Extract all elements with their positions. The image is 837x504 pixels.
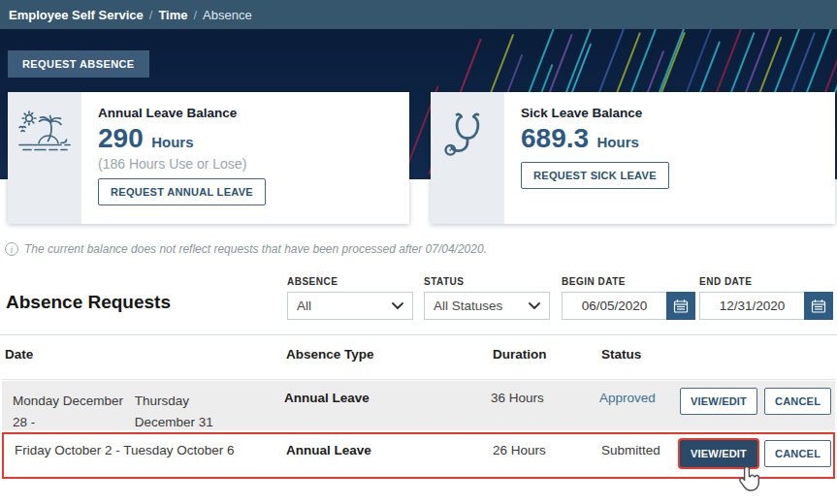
filter-end-date: END DATE (699, 276, 833, 320)
request-absence-button[interactable]: REQUEST ABSENCE (8, 50, 149, 78)
breadcrumb-time[interactable]: Time (158, 8, 187, 22)
filter-begin-date: BEGIN DATE (562, 276, 695, 320)
filter-absence-label: ABSENCE (287, 276, 413, 287)
balance-notice-text: The current balance does not reflect req… (24, 242, 487, 256)
cancel-button[interactable]: CANCEL (764, 388, 831, 415)
chevron-down-icon (529, 302, 540, 310)
annual-leave-use-or-lose: (186 Hours Use or Lose) (98, 156, 409, 172)
sick-leave-balance: 689.3 Hours (521, 123, 835, 154)
sick-leave-title: Sick Leave Balance (521, 106, 835, 120)
annual-leave-card: Annual Leave Balance 290 Hours (186 Hour… (8, 92, 409, 224)
annual-leave-icon-panel (8, 92, 81, 224)
row-absence-type: Annual Leave (284, 391, 478, 405)
request-annual-leave-button[interactable]: REQUEST ANNUAL LEAVE (98, 178, 266, 205)
absence-type-select[interactable]: All (287, 292, 413, 320)
info-icon: i (5, 242, 18, 256)
filter-begin-date-label: BEGIN DATE (562, 276, 695, 287)
absence-page: Employee Self Service / Time / Absence R… (0, 0, 837, 504)
sick-leave-card: Sick Leave Balance 689.3 Hours REQUEST S… (431, 92, 835, 224)
island-palm-icon (17, 110, 72, 156)
view-edit-button[interactable]: VIEW/EDIT (680, 388, 757, 415)
row-date: Monday December 28 - Thursday December 3… (13, 391, 276, 434)
end-date-calendar-button[interactable] (804, 292, 833, 320)
status-select[interactable]: All Statuses (424, 292, 550, 320)
annual-leave-card-body: Annual Leave Balance 290 Hours (186 Hour… (81, 92, 409, 224)
calendar-icon (673, 299, 689, 314)
cancel-button[interactable]: CANCEL (764, 440, 831, 467)
column-header-date: Date (5, 347, 276, 362)
begin-date-input[interactable] (562, 292, 666, 320)
sick-leave-icon-panel (431, 92, 504, 224)
column-header-status: Status (601, 347, 698, 362)
row-actions: VIEW/EDIT CANCEL (680, 388, 831, 415)
divider (2, 379, 835, 380)
view-edit-button[interactable]: VIEW/EDIT (680, 440, 757, 467)
annual-leave-hours-unit: Hours (151, 134, 193, 150)
annual-leave-hours-value: 290 (98, 123, 144, 153)
breadcrumb-absence: Absence (203, 8, 252, 22)
filter-end-date-label: END DATE (699, 276, 833, 287)
status-value: All Statuses (434, 299, 502, 313)
row-date: Friday October 2 - Tuesday October 6 (15, 443, 278, 457)
chevron-down-icon (392, 302, 403, 310)
annual-leave-title: Annual Leave Balance (98, 106, 409, 120)
sick-leave-hours-value: 689.3 (521, 123, 589, 153)
column-header-absence-type: Absence Type (286, 347, 480, 362)
absence-type-value: All (297, 299, 311, 313)
sick-leave-card-body: Sick Leave Balance 689.3 Hours REQUEST S… (504, 92, 835, 224)
begin-date-calendar-button[interactable] (666, 292, 695, 320)
table-row: Monday December 28 - Thursday December 3… (2, 381, 835, 430)
filter-absence: ABSENCE All (287, 276, 413, 320)
end-date-input[interactable] (699, 292, 804, 320)
row-duration: 26 Hours (493, 443, 590, 457)
row-actions: VIEW/EDIT CANCEL (680, 440, 831, 467)
row-absence-type: Annual Leave (286, 443, 480, 457)
divider (0, 334, 837, 335)
balance-notice: i The current balance does not reflect r… (5, 242, 487, 256)
filter-status-label: STATUS (424, 276, 550, 287)
row-date-end: Thursday December 31 (135, 391, 253, 434)
hand-pointer-cursor (737, 464, 762, 493)
filter-status: STATUS All Statuses (424, 276, 550, 320)
column-header-duration: Duration (493, 347, 590, 362)
request-sick-leave-button[interactable]: REQUEST SICK LEAVE (521, 162, 669, 189)
row-duration: 36 Hours (491, 391, 588, 405)
table-row-highlighted: Friday October 2 - Tuesday October 6 Ann… (2, 432, 835, 479)
sick-leave-hours-unit: Hours (597, 134, 639, 150)
breadcrumb: Employee Self Service / Time / Absence (0, 0, 837, 29)
row-date-start: Monday December 28 - (13, 391, 131, 434)
breadcrumb-separator: / (149, 8, 153, 22)
breadcrumb-separator: / (193, 8, 197, 22)
absence-requests-heading: Absence Requests (6, 292, 171, 313)
annual-leave-balance: 290 Hours (98, 123, 409, 154)
stethoscope-icon (442, 110, 493, 160)
calendar-icon (811, 299, 826, 314)
table-header: Date Absence Type Duration Status (0, 347, 837, 366)
breadcrumb-employee-self-service[interactable]: Employee Self Service (9, 8, 144, 22)
